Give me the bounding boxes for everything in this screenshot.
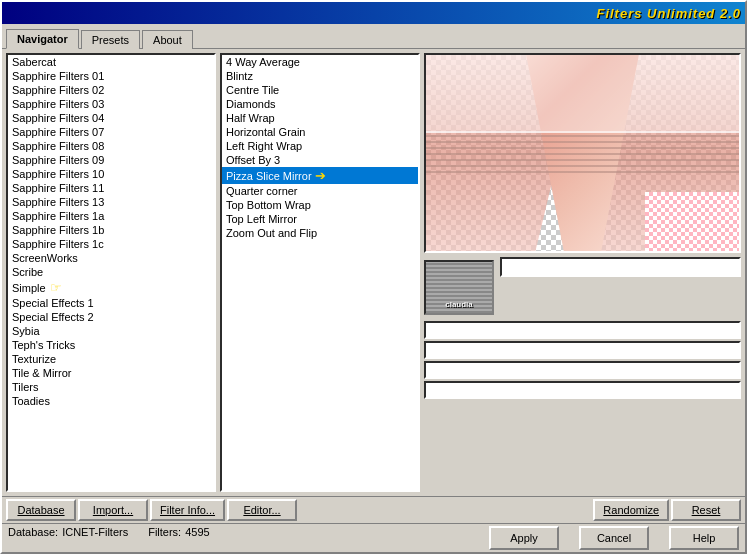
title-bar-text: Filters Unlimited 2.0 (596, 6, 741, 21)
title-bar: Filters Unlimited 2.0 (2, 2, 745, 24)
filter-thumbnail: claudia (424, 260, 494, 315)
left-list-item[interactable]: Sapphire Filters 1a (8, 209, 214, 223)
right-list-item[interactable]: 4 Way Average (222, 55, 418, 69)
right-list-item[interactable]: Blintz (222, 69, 418, 83)
left-list-item[interactable]: Sapphire Filters 08 (8, 139, 214, 153)
filter-info-button[interactable]: Filter Info... (150, 499, 225, 521)
left-list-item[interactable]: Special Effects 1 (8, 296, 214, 310)
filters-value: 4595 (185, 526, 209, 550)
param-field-4 (424, 381, 741, 399)
left-list-item[interactable]: Sapphire Filters 09 (8, 153, 214, 167)
main-window: Filters Unlimited 2.0 Navigator Presets … (0, 0, 747, 554)
thumb-label: claudia (445, 300, 473, 309)
database-value: ICNET-Filters (62, 526, 128, 550)
left-list-item[interactable]: Tile & Mirror (8, 366, 214, 380)
left-list-item[interactable]: Sapphire Filters 01 (8, 69, 214, 83)
randomize-button[interactable]: Randomize (593, 499, 669, 521)
left-list-item[interactable]: ScreenWorks (8, 251, 214, 265)
tabs-bar: Navigator Presets About (2, 24, 745, 49)
left-list-item[interactable]: Sapphire Filters 04 (8, 111, 214, 125)
left-list-item[interactable]: Sapphire Filters 03 (8, 97, 214, 111)
filters-label: Filters: (148, 526, 181, 550)
left-list-item[interactable]: Sapphire Filters 1b (8, 223, 214, 237)
cancel-button[interactable]: Cancel (579, 526, 649, 550)
database-label: Database: (8, 526, 58, 550)
import-button[interactable]: Import... (78, 499, 148, 521)
database-button[interactable]: Database (6, 499, 76, 521)
right-list-item[interactable]: Horizontal Grain (222, 125, 418, 139)
left-list-item[interactable]: Simple ☞ (8, 279, 214, 296)
param-field-2 (424, 341, 741, 359)
right-list-item[interactable]: Left Right Wrap (222, 139, 418, 153)
left-list-item[interactable]: Tilers (8, 380, 214, 394)
left-list-item[interactable]: Special Effects 2 (8, 310, 214, 324)
right-list-item[interactable]: Pizza Slice Mirror ➔ (222, 167, 418, 184)
database-status: Database: ICNET-Filters (8, 526, 128, 550)
status-bar: Database: ICNET-Filters Filters: 4595 Ap… (2, 523, 745, 552)
left-list-item[interactable]: Sapphire Filters 11 (8, 181, 214, 195)
left-list-item[interactable]: Sapphire Filters 1c (8, 237, 214, 251)
right-list-item[interactable]: Half Wrap (222, 111, 418, 125)
editor-button[interactable]: Editor... (227, 499, 297, 521)
right-list-item[interactable]: Diamonds (222, 97, 418, 111)
tab-presets[interactable]: Presets (81, 30, 140, 49)
main-content: SabercatSapphire Filters 01Sapphire Filt… (2, 49, 745, 496)
left-panel: SabercatSapphire Filters 01Sapphire Filt… (6, 53, 216, 492)
tab-about[interactable]: About (142, 30, 193, 49)
left-list-item[interactable]: Texturize (8, 352, 214, 366)
param-rows (424, 321, 741, 399)
right-content: 4 Way AverageBlintzCentre TileDiamondsHa… (220, 53, 741, 492)
help-button[interactable]: Help (669, 526, 739, 550)
filter-list[interactable]: 4 Way AverageBlintzCentre TileDiamondsHa… (220, 53, 420, 492)
left-list-item[interactable]: Teph's Tricks (8, 338, 214, 352)
right-list-item[interactable]: Centre Tile (222, 83, 418, 97)
tab-navigator[interactable]: Navigator (6, 29, 79, 49)
param-field-1 (424, 321, 741, 339)
left-list-item[interactable]: Sapphire Filters 13 (8, 195, 214, 209)
category-list[interactable]: SabercatSapphire Filters 01Sapphire Filt… (6, 53, 216, 492)
left-list-item[interactable]: Sapphire Filters 02 (8, 83, 214, 97)
filter-name-field[interactable] (500, 257, 741, 277)
right-list-item[interactable]: Zoom Out and Flip (222, 226, 418, 240)
left-list-item[interactable]: Sapphire Filters 07 (8, 125, 214, 139)
left-list-item[interactable]: Sabercat (8, 55, 214, 69)
left-list-item[interactable]: Sybia (8, 324, 214, 338)
left-list-item[interactable]: Scribe (8, 265, 214, 279)
right-list-item[interactable]: Top Left Mirror (222, 212, 418, 226)
apply-button[interactable]: Apply (489, 526, 559, 550)
filter-preview-row: claudia (424, 257, 741, 317)
right-list-item[interactable]: Top Bottom Wrap (222, 198, 418, 212)
param-field-3 (424, 361, 741, 379)
left-list-item[interactable]: Toadies (8, 394, 214, 408)
bottom-toolbar: Database Import... Filter Info... Editor… (2, 496, 745, 523)
left-list-item[interactable]: Sapphire Filters 10 (8, 167, 214, 181)
preview-area (424, 53, 741, 253)
reset-button[interactable]: Reset (671, 499, 741, 521)
filters-status: Filters: 4595 (148, 526, 209, 550)
right-list-item[interactable]: Offset By 3 (222, 153, 418, 167)
right-list-item[interactable]: Quarter corner (222, 184, 418, 198)
